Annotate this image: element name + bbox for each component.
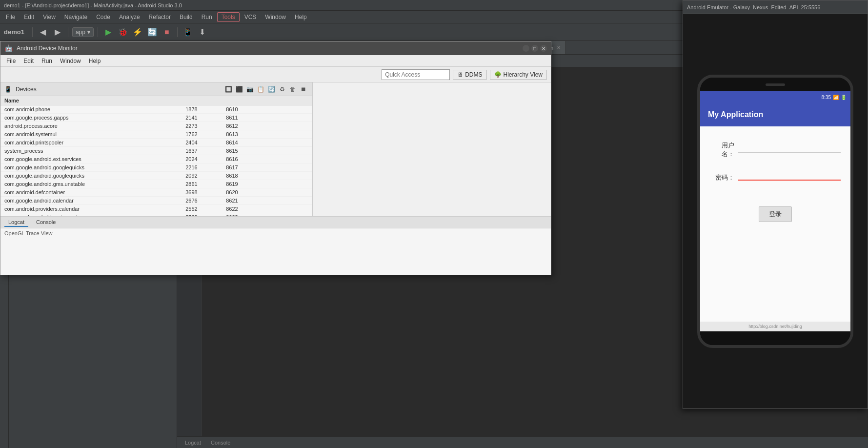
process-pid-cell: 2676	[182, 197, 222, 205]
process-pid-cell: 2024	[182, 155, 222, 163]
process-port-cell: 8622	[222, 205, 296, 213]
adm-console-tab[interactable]: Console	[32, 218, 60, 227]
process-pid-cell: 2552	[182, 205, 222, 213]
devices-panel: 📱 Devices 🔲 ⬛ 📷 📋 🔄 ♻ 🗑 ⏹	[0, 82, 313, 216]
menu-file[interactable]: File	[2, 13, 19, 21]
phone-top-bar	[700, 78, 850, 91]
sync-button[interactable]: 🔄	[146, 26, 159, 39]
process-extra-cell	[296, 188, 312, 197]
process-name-cell: com.android.systemui	[0, 130, 182, 139]
menu-help[interactable]: Help	[291, 13, 311, 21]
adm-maximize-button[interactable]: □	[531, 45, 538, 52]
menu-window[interactable]: Window	[261, 13, 290, 21]
adm-logcat-tab[interactable]: Logcat	[4, 218, 28, 227]
process-port-cell: 8618	[222, 172, 296, 180]
table-row[interactable]: com.google.android.gms.unstable28618619	[0, 180, 312, 188]
col-name: Name	[0, 96, 182, 105]
adm-menu-window[interactable]: Window	[56, 57, 85, 65]
table-row[interactable]: com.android.defcontainer36988620	[0, 188, 312, 197]
table-row[interactable]: com.google.android.ext.services20248616	[0, 155, 312, 163]
bottom-tab-logcat[interactable]: Logcat	[181, 439, 205, 447]
password-input-line[interactable]	[738, 180, 841, 181]
menu-vcs[interactable]: VCS	[241, 13, 261, 21]
quick-access-input[interactable]	[382, 69, 450, 80]
gc-button[interactable]: 🗑	[288, 84, 298, 94]
menu-analyze[interactable]: Analyze	[115, 13, 144, 21]
process-name-cell: com.google.android.googlequicks	[0, 163, 182, 172]
stop-button[interactable]: ■	[161, 26, 173, 39]
password-label: 密码：	[710, 173, 734, 182]
debug-button[interactable]: 🐞	[117, 26, 129, 39]
debug-process-button[interactable]: 🔲	[223, 84, 233, 94]
process-name-cell: system_process	[0, 147, 182, 155]
adm-menu-help[interactable]: Help	[85, 57, 105, 65]
emulator-title-text: Android Emulator - Galaxy_Nexus_Edited_A…	[687, 4, 820, 10]
table-row[interactable]: com.google.process.gapps21418611	[0, 114, 312, 122]
phone-speaker	[766, 83, 785, 86]
menu-edit[interactable]: Edit	[20, 13, 38, 21]
phone-url-bar: http://blog.csdn.net/hujiding	[700, 322, 850, 331]
table-row[interactable]: com.android.printspooler24048614	[0, 139, 312, 147]
thread-update-button[interactable]: 🔄	[266, 84, 276, 94]
table-row[interactable]: com.android.systemui17628613	[0, 130, 312, 139]
username-input-line[interactable]	[738, 152, 841, 153]
menu-navigate[interactable]: Navigate	[61, 13, 91, 21]
table-row[interactable]: com.google.android.googlequicks22168617	[0, 163, 312, 172]
menu-refactor[interactable]: Refactor	[145, 13, 175, 21]
process-port-cell: 8614	[222, 139, 296, 147]
process-extra-cell	[296, 114, 312, 122]
menu-view[interactable]: View	[39, 13, 60, 21]
menu-run[interactable]: Run	[198, 13, 216, 21]
logcat-button[interactable]: 📋	[256, 84, 265, 94]
back-button[interactable]: ◀	[37, 26, 49, 39]
menu-build[interactable]: Build	[176, 13, 197, 21]
toolbar-separator-2	[68, 27, 68, 37]
table-row[interactable]: com.google.android.googlequicks20928618	[0, 172, 312, 180]
profile-button[interactable]: ⚡	[131, 26, 144, 39]
emulator-window: Android Emulator - Galaxy_Nexus_Edited_A…	[683, 0, 868, 409]
menu-tools[interactable]: Tools	[217, 12, 240, 22]
adm-menu-file[interactable]: File	[2, 57, 20, 65]
phone-app-title: My Application	[708, 110, 763, 119]
phone-login-button[interactable]: 登录	[759, 206, 792, 222]
bottom-tabs: Logcat Console	[177, 436, 868, 448]
adm-menu-run[interactable]: Run	[38, 57, 56, 65]
process-extra-cell	[296, 147, 312, 155]
stop-vm-button[interactable]: ⏹	[299, 84, 308, 94]
adm-minimize-button[interactable]: _	[523, 45, 529, 52]
table-row[interactable]: system_process16378615	[0, 147, 312, 155]
process-name-cell: com.google.android.calendar	[0, 197, 182, 205]
process-port-cell: 8619	[222, 180, 296, 188]
menu-code[interactable]: Code	[92, 13, 114, 21]
screenshot-button[interactable]: 📷	[245, 84, 255, 94]
process-name-cell: com.google.process.gapps	[0, 114, 182, 122]
app-dropdown[interactable]: app ▾	[72, 27, 94, 37]
title-text: demo1 - [E:\Android-project\demo1] - Mai…	[4, 2, 182, 8]
heap-update-button[interactable]: ♻	[277, 84, 287, 94]
adm-bottom-content: OpenGL Trace View	[0, 228, 551, 275]
process-pid-cell: 2141	[182, 114, 222, 122]
col-pid	[182, 96, 222, 105]
forward-button[interactable]: ▶	[51, 26, 64, 39]
sdk-button[interactable]: ⬇	[196, 26, 209, 39]
wifi-icon: 📶	[833, 95, 839, 100]
adm-menu-edit[interactable]: Edit	[20, 57, 38, 65]
process-name-cell: com.android.phone	[0, 105, 182, 114]
process-extra-cell	[296, 180, 312, 188]
stop-process-button[interactable]: ⬛	[234, 84, 244, 94]
process-name-cell: com.android.printspooler	[0, 139, 182, 147]
bottom-tab-console[interactable]: Console	[207, 439, 234, 447]
table-row[interactable]: com.android.providers.calendar25528622	[0, 205, 312, 213]
ddms-tab-button[interactable]: 🖥 DDMS	[453, 70, 486, 80]
hierarchy-tab-button[interactable]: 🌳 Hierarchy View	[490, 70, 547, 80]
adm-bottom-panel: Logcat Console OpenGL Trace View	[0, 216, 551, 275]
table-row[interactable]: com.android.phone18788610	[0, 105, 312, 114]
tab-close-6[interactable]: ✕	[557, 45, 561, 50]
avd-button[interactable]: 📱	[182, 26, 194, 39]
phone-content: 用户名： 密码： 登录	[700, 126, 850, 322]
col-extra	[296, 96, 312, 105]
adm-close-button[interactable]: ✕	[540, 45, 547, 52]
table-row[interactable]: android.process.acore22738612	[0, 122, 312, 130]
run-button[interactable]: ▶	[102, 26, 115, 39]
table-row[interactable]: com.google.android.calendar26768621	[0, 197, 312, 205]
